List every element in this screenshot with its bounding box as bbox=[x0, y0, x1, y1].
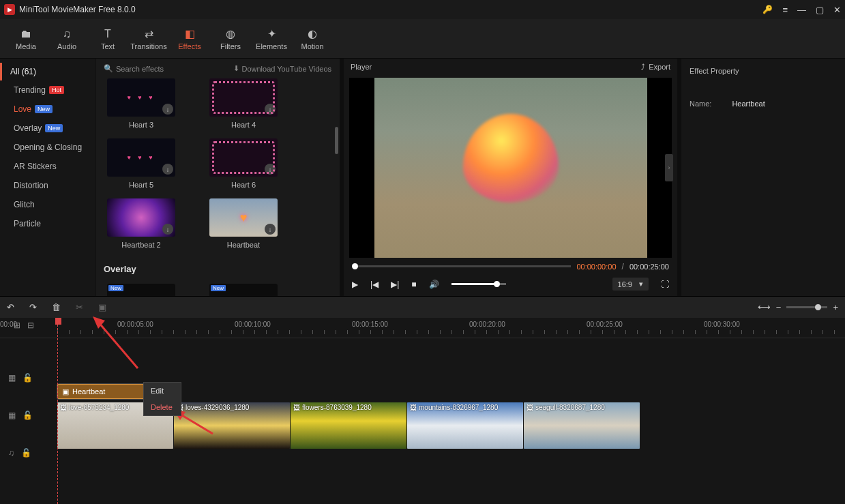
category-particle[interactable]: Particle bbox=[0, 214, 95, 233]
ruler-mark: 00:00:25:00 bbox=[587, 321, 623, 328]
download-icon[interactable]: ↓ bbox=[162, 164, 173, 175]
effects-panel: 🔍Search effects ⬇Download YouTube Videos… bbox=[95, 59, 340, 296]
seek-bar[interactable] bbox=[352, 265, 571, 267]
volume-icon[interactable]: 🔊 bbox=[429, 280, 439, 289]
video-clip[interactable]: 🖼mountains-8326967_1280 bbox=[407, 402, 523, 449]
player-panel: Player ⤴Export › 00:00:00:00 / 00:00:25:… bbox=[340, 59, 681, 296]
title-bar: ▶ MiniTool MovieMaker Free 8.0.0 🔑 ≡ — ▢… bbox=[0, 0, 845, 19]
crop-button[interactable]: ▣ bbox=[98, 302, 106, 312]
download-icon[interactable]: ↓ bbox=[265, 164, 276, 175]
effect-label: Heartbeat 2 bbox=[104, 241, 179, 249]
tab-elements[interactable]: ✦Elements bbox=[251, 27, 292, 50]
category-trending[interactable]: TrendingHot bbox=[0, 80, 95, 100]
effect-thumb: New bbox=[209, 284, 278, 296]
export-icon: ⤴ bbox=[641, 63, 645, 71]
effect-card[interactable]: ↓Heartbeat 2 bbox=[104, 198, 179, 249]
playhead[interactable] bbox=[57, 318, 58, 504]
undo-button[interactable]: ↶ bbox=[7, 302, 14, 312]
download-youtube-link[interactable]: ⬇Download YouTube Videos bbox=[233, 64, 332, 73]
panel-collapse-handle[interactable]: › bbox=[665, 154, 673, 181]
category-opening-closing[interactable]: Opening & Closing bbox=[0, 138, 95, 157]
track-type-icon[interactable]: ▦ bbox=[8, 411, 16, 420]
zoom-out-button[interactable]: − bbox=[776, 302, 782, 312]
elements-icon: ✦ bbox=[251, 27, 292, 41]
zoom-fit-button[interactable]: ⟷ bbox=[758, 302, 771, 312]
aspect-ratio-select[interactable]: 16:9▾ bbox=[612, 278, 649, 291]
minimize-button[interactable]: — bbox=[797, 5, 806, 15]
key-icon[interactable]: 🔑 bbox=[762, 5, 773, 14]
property-name-label: Name: bbox=[690, 100, 711, 108]
category-ar-stickers[interactable]: AR Stickers bbox=[0, 157, 95, 176]
maximize-button[interactable]: ▢ bbox=[816, 5, 824, 15]
volume-slider[interactable] bbox=[451, 283, 506, 285]
effect-thumb: ↓ bbox=[209, 138, 278, 177]
download-icon[interactable]: ↓ bbox=[265, 104, 276, 115]
split-button[interactable]: ✂ bbox=[76, 302, 83, 312]
close-button[interactable]: ✕ bbox=[833, 5, 841, 15]
next-frame-button[interactable]: ▶| bbox=[391, 280, 399, 289]
video-clip[interactable]: 🖼seagull-8320687_1280 bbox=[524, 402, 640, 449]
tab-filters[interactable]: ◍Filters bbox=[210, 27, 251, 50]
lock-icon[interactable]: 🔓 bbox=[21, 448, 31, 458]
effect-card[interactable]: ↓Heart 5 bbox=[104, 138, 179, 189]
play-button[interactable]: ▶ bbox=[352, 280, 358, 289]
lock-icon[interactable]: 🔓 bbox=[23, 411, 33, 420]
redo-button[interactable]: ↷ bbox=[29, 302, 37, 312]
effect-label: Heartbeat bbox=[206, 241, 281, 249]
video-clip[interactable]: 🖼loves-4329036_1280 bbox=[174, 402, 290, 449]
stop-button[interactable]: ■ bbox=[411, 280, 416, 289]
video-clip[interactable]: 🖼flowers-8763039_1280 bbox=[291, 402, 406, 449]
category-all[interactable]: All (61) bbox=[0, 63, 95, 80]
menu-icon[interactable]: ≡ bbox=[782, 5, 788, 15]
download-icon[interactable]: ↓ bbox=[265, 224, 276, 235]
effect-property-panel: Effect Property Name: Heartbeat bbox=[681, 59, 845, 296]
context-menu: Edit Delete bbox=[143, 382, 181, 416]
context-delete[interactable]: Delete bbox=[144, 399, 181, 415]
clip-label: 🖼loves-4329036_1280 bbox=[177, 404, 249, 411]
tab-audio[interactable]: ♫Audio bbox=[46, 27, 87, 50]
ruler-mark: 00:00:20:00 bbox=[469, 321, 505, 328]
track-type-icon[interactable]: ▦ bbox=[8, 373, 16, 383]
context-edit[interactable]: Edit bbox=[144, 383, 181, 399]
tab-motion[interactable]: ◐Motion bbox=[292, 27, 333, 50]
download-icon[interactable]: ↓ bbox=[162, 224, 173, 235]
category-distortion[interactable]: Distortion bbox=[0, 176, 95, 195]
download-icon[interactable]: ↓ bbox=[162, 104, 173, 115]
tab-text[interactable]: TText bbox=[87, 27, 128, 50]
timeline-ruler[interactable]: ⊞ ⊟ 00:0000:00:05:0000:00:10:0000:00:15:… bbox=[0, 318, 845, 338]
effect-card[interactable]: ↓Heartbeat bbox=[206, 198, 281, 249]
tab-effects[interactable]: ◧Effects bbox=[169, 27, 210, 50]
property-name-value: Heartbeat bbox=[732, 100, 765, 108]
app-logo-icon: ▶ bbox=[4, 4, 15, 15]
delete-button[interactable]: 🗑 bbox=[52, 302, 61, 312]
music-icon[interactable]: ♫ bbox=[8, 448, 14, 458]
main-toolbar: 🖿Media ♫Audio TText ⇄Transitions ◧Effect… bbox=[0, 19, 845, 59]
clip-label: 🖼mountains-8326967_1280 bbox=[410, 404, 498, 411]
effect-card[interactable]: ↓Heart 6 bbox=[206, 138, 281, 189]
fullscreen-button[interactable]: ⛶ bbox=[661, 280, 669, 289]
zoom-in-button[interactable]: + bbox=[833, 302, 838, 312]
remove-track-icon[interactable]: ⊟ bbox=[27, 321, 34, 330]
effect-card[interactable]: ↓Heart 3 bbox=[104, 78, 179, 129]
time-current: 00:00:00:00 bbox=[576, 263, 616, 271]
tab-media[interactable]: 🖿Media bbox=[5, 27, 46, 50]
lock-icon[interactable]: 🔓 bbox=[23, 373, 33, 383]
export-button[interactable]: ⤴Export bbox=[641, 63, 670, 71]
category-love[interactable]: LoveNew bbox=[0, 100, 95, 119]
scrollbar-thumb[interactable] bbox=[335, 127, 338, 154]
tab-transitions[interactable]: ⇄Transitions bbox=[128, 27, 169, 50]
overlay-heading: Overlay bbox=[104, 264, 331, 274]
category-glitch[interactable]: Glitch bbox=[0, 195, 95, 214]
effect-card[interactable]: New bbox=[104, 284, 179, 296]
image-icon: 🖼 bbox=[60, 404, 67, 411]
search-effects[interactable]: 🔍Search effects bbox=[104, 64, 228, 73]
timeline: ⊞ ⊟ 00:0000:00:05:0000:00:10:0000:00:15:… bbox=[0, 318, 845, 504]
zoom-slider[interactable] bbox=[786, 306, 827, 308]
prev-frame-button[interactable]: |◀ bbox=[370, 280, 379, 289]
text-icon: T bbox=[87, 27, 128, 41]
video-preview: › bbox=[349, 78, 672, 258]
category-sidebar: All (61) TrendingHotLoveNewOverlayNewOpe… bbox=[0, 59, 95, 296]
effect-card[interactable]: New bbox=[206, 284, 281, 296]
category-overlay[interactable]: OverlayNew bbox=[0, 119, 95, 138]
effect-card[interactable]: ↓Heart 4 bbox=[206, 78, 281, 129]
